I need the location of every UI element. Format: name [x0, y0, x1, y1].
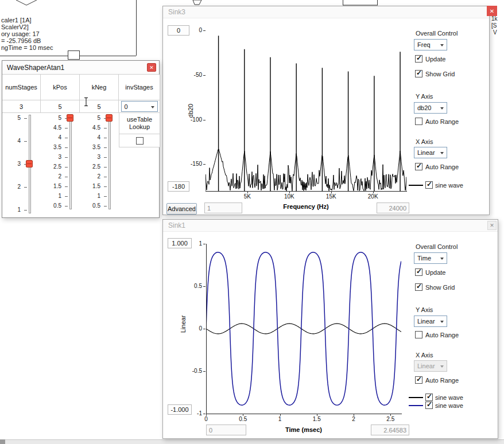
schematic-text-line: ScalerV2]: [1, 24, 29, 30]
show-grid-row: Show Grid: [415, 283, 455, 291]
sink3-plot-svg[interactable]: [206, 30, 406, 191]
y-tick-label: -100: [179, 116, 202, 123]
schematic-text-line: ngTime = 10 msec: [1, 44, 53, 51]
x-end-input[interactable]: 24000: [377, 202, 409, 213]
overall-control-dropdown[interactable]: Time: [414, 252, 447, 264]
slider-tick-label: 4: [80, 134, 100, 141]
kneg-slider[interactable]: 54.543.532.521.510.5: [80, 113, 119, 218]
sink1-plot-svg[interactable]: [206, 244, 401, 414]
slider-tick-label: 1: [41, 192, 61, 200]
x-axis-section-label: X Axis: [416, 352, 433, 359]
x-axis-section-label: X Axis: [416, 138, 433, 145]
slider-track[interactable]: [69, 115, 72, 209]
chevron-down-icon: [440, 321, 444, 323]
usetable-label-cell: useTable Lookup: [119, 113, 160, 134]
dropdown-value: Time: [417, 255, 431, 262]
schematic-text-line: ory usage: 17: [1, 30, 40, 37]
tick-mark: [104, 147, 107, 148]
chevron-down-icon: [440, 152, 444, 154]
x-auto-range-checkbox[interactable]: [415, 376, 422, 384]
slider-handle[interactable]: [26, 160, 33, 168]
kpos-slider[interactable]: 54.543.532.521.510.5: [41, 113, 80, 218]
advanced-button[interactable]: Advanced: [166, 203, 197, 215]
slider-tick-label: 1: [80, 192, 100, 200]
sink3-titlebar[interactable]: Sink3: [163, 6, 489, 18]
legend-checkbox[interactable]: [425, 402, 433, 409]
close-icon: ✕: [490, 8, 494, 14]
y-tick-label: 0.5: [179, 282, 202, 290]
waveshaper-close-button[interactable]: ✕: [147, 63, 156, 72]
numstages-value[interactable]: 3: [2, 100, 41, 113]
tick-mark: [203, 414, 206, 414]
x-auto-range-checkbox[interactable]: [415, 163, 422, 170]
overall-control-label: Overall Control: [416, 30, 458, 37]
slider-tick-label: 0.5: [80, 202, 100, 209]
x-tick-label: 2: [341, 416, 366, 422]
slider-tick-label: 3.5: [41, 143, 61, 151]
update-checkbox[interactable]: [415, 268, 422, 276]
slider-handle[interactable]: [106, 114, 113, 122]
x-start-input[interactable]: 0: [206, 424, 246, 435]
y-auto-range-checkbox[interactable]: [415, 118, 422, 125]
invstages-dropdown[interactable]: 0: [121, 101, 158, 112]
slider-tick-label: 3.5: [80, 143, 100, 151]
usetable-checkbox[interactable]: [136, 137, 144, 145]
slider-tick-label: 4.5: [41, 124, 61, 131]
window-title: WaveShaperAtan1: [7, 64, 64, 72]
show-grid-checkbox[interactable]: [415, 70, 422, 77]
tick-mark: [24, 118, 27, 119]
update-row: Update: [415, 55, 445, 63]
x-tick-label: 5K: [235, 193, 260, 200]
sink1-titlebar[interactable]: Sink1: [163, 220, 498, 232]
dropdown-value: Linear: [417, 318, 435, 325]
tick-mark: [65, 196, 68, 197]
chevron-down-icon: [440, 258, 444, 260]
y-axis-dropdown[interactable]: db20: [414, 102, 447, 114]
tick-mark: [65, 157, 68, 158]
tick-mark: [104, 128, 107, 128]
checkbox-label: Update: [425, 56, 445, 63]
waveshaper-titlebar[interactable]: WaveShaperAtan1: [2, 61, 159, 75]
show-grid-row: Show Grid: [415, 70, 455, 77]
dropdown-value: Freq: [417, 41, 431, 48]
legend-label: sine wave: [435, 182, 463, 189]
y-auto-range-row: Auto Range: [415, 331, 459, 338]
legend-checkbox[interactable]: [425, 181, 433, 189]
x-axis-dropdown[interactable]: Linear: [414, 147, 447, 158]
tick-mark: [24, 210, 27, 211]
checkbox-label: Update: [425, 269, 445, 276]
show-grid-checkbox[interactable]: [415, 283, 422, 291]
checkbox-label: Auto Range: [425, 163, 459, 170]
sink1-close-button[interactable]: ✕: [487, 221, 497, 230]
slider-tick-label: 5: [80, 114, 100, 122]
y-axis-dropdown[interactable]: Linear: [414, 316, 447, 327]
numstages-slider[interactable]: 54321: [2, 113, 41, 218]
sink3-close-button[interactable]: ✕: [487, 6, 497, 16]
slider-handle[interactable]: [67, 114, 73, 122]
dropdown-value: Linear: [417, 363, 435, 369]
tick-mark: [203, 244, 206, 244]
x-axis-dropdown[interactable]: Linear: [414, 360, 447, 372]
overall-control-dropdown[interactable]: Freq: [414, 39, 447, 50]
checkbox-label: Show Grid: [425, 284, 455, 291]
slider-tick-label: 2: [2, 183, 21, 190]
slider-tick-label: 1.5: [41, 182, 61, 190]
y-auto-range-checkbox[interactable]: [415, 331, 422, 338]
tick-mark: [65, 177, 68, 177]
overall-control-label: Overall Control: [416, 243, 458, 250]
chevron-down-icon: [440, 44, 444, 46]
slider-track[interactable]: [108, 115, 111, 209]
x-end-input[interactable]: 2.64583: [371, 424, 409, 435]
y-min-input[interactable]: -180: [168, 181, 189, 192]
slider-tick-label: 2: [41, 173, 61, 180]
tick-mark: [65, 138, 68, 138]
kpos-value[interactable]: 5: [41, 100, 80, 113]
x-start-input[interactable]: 1: [204, 202, 242, 213]
tick-mark: [203, 286, 206, 287]
column-header-numstages: numStages: [2, 75, 41, 100]
update-checkbox[interactable]: [415, 55, 422, 63]
schematic-text-fragment: [S: [491, 22, 497, 29]
usetable-checkbox-cell: [119, 134, 160, 147]
slider-tick-label: 2: [80, 173, 100, 180]
close-icon: ✕: [149, 65, 154, 71]
